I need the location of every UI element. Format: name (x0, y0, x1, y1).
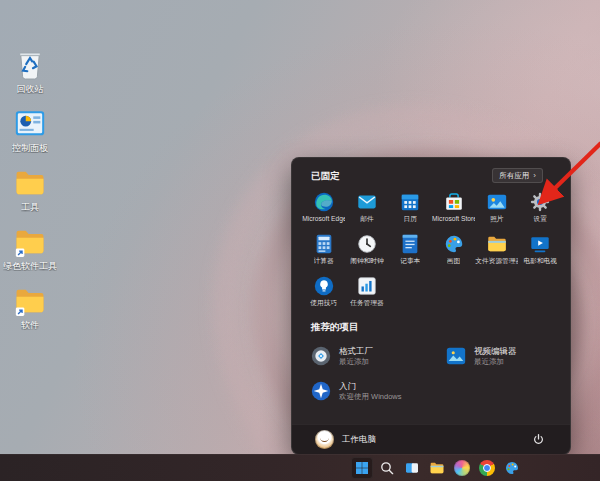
pinned-app-tile[interactable]: 日历 (389, 188, 432, 230)
folder-shortcut-icon (13, 284, 47, 318)
calculator-icon (313, 233, 335, 255)
pinned-app-label: 记事本 (400, 257, 420, 265)
taskbar-item[interactable] (351, 457, 373, 479)
palette-icon (504, 460, 520, 476)
movies-icon (529, 233, 551, 255)
pinned-app-label: 画图 (447, 257, 460, 265)
pinned-app-tile[interactable]: Microsoft Edge (302, 188, 345, 230)
desktop-icon-label: 控制面板 (12, 143, 48, 153)
settings-icon (529, 191, 551, 213)
desktop-icon-list: 回收站 控制面板 工具 绿色软件工具 软件 (2, 48, 58, 330)
recommended-item[interactable]: 入门 欢迎使用 Windows (304, 373, 439, 408)
taskbar-item[interactable] (401, 457, 423, 479)
pinned-app-label: 日历 (404, 215, 417, 223)
pinned-app-tile[interactable]: 计算器 (302, 230, 345, 272)
desktop-icon[interactable]: 软件 (2, 284, 58, 330)
pinned-app-label: 文件资源管理器 (475, 257, 518, 265)
notepad-icon (399, 233, 421, 255)
desktop-icon-label: 工具 (21, 202, 39, 212)
chrome-icon (479, 460, 495, 476)
folder-shortcut-icon (13, 225, 47, 259)
pinned-app-tile[interactable]: 设置 (518, 188, 561, 230)
pinned-app-tile[interactable]: 使用技巧 (302, 272, 345, 314)
video-editor-icon (445, 345, 467, 367)
recommended-item[interactable]: 格式工厂 最近添加 (304, 338, 439, 373)
control-panel-icon (13, 107, 47, 141)
pinned-app-label: 照片 (490, 215, 503, 223)
format-factory-icon (310, 345, 332, 367)
recommended-item-title: 格式工厂 (339, 346, 373, 356)
desktop: 回收站 控制面板 工具 绿色软件工具 软件 已固定 所有应用 › (0, 0, 600, 481)
taskbar (0, 454, 600, 481)
paint-icon (443, 233, 465, 255)
recommended-list: 格式工厂 最近添加 视频编辑器 最近添加 入门 欢迎使用 Windows (304, 338, 564, 408)
pinned-apps-grid: Microsoft Edge 邮件 日历 Microsoft Store 照片 … (302, 188, 562, 314)
pinned-app-tile[interactable]: Microsoft Store (432, 188, 475, 230)
task-view-icon (404, 460, 420, 476)
start-icon (354, 460, 370, 476)
pinned-app-label: 计算器 (314, 257, 334, 265)
taskbar-item[interactable] (476, 457, 498, 479)
power-button[interactable] (529, 430, 548, 449)
pinned-app-label: 使用技巧 (310, 299, 337, 307)
recommended-item-subtitle: 欢迎使用 Windows (339, 392, 402, 401)
user-profile-button[interactable]: 工作电脑 (311, 428, 380, 451)
taskbar-item[interactable] (451, 457, 473, 479)
store-icon (443, 191, 465, 213)
taskmgr-icon (356, 275, 378, 297)
pinned-app-tile[interactable]: 任务管理器 (345, 272, 388, 314)
pinned-app-tile[interactable]: 画图 (432, 230, 475, 272)
pinned-app-label: 电影和电视 (523, 257, 556, 265)
pinned-header: 已固定 (311, 170, 340, 183)
recommended-header: 推荐的项目 (311, 321, 359, 334)
pinned-app-tile[interactable]: 邮件 (345, 188, 388, 230)
start-menu-header: 已固定 所有应用 › (292, 158, 570, 188)
pinned-app-tile[interactable]: 电影和电视 (518, 230, 561, 272)
desktop-icon[interactable]: 工具 (2, 166, 58, 212)
recommended-item[interactable]: 视频编辑器 最近添加 (439, 338, 564, 373)
taskbar-icon-row (351, 457, 523, 479)
desktop-icon[interactable]: 回收站 (2, 48, 58, 94)
avatar (315, 430, 334, 449)
recommended-item-title: 入门 (339, 381, 402, 391)
desktop-icon[interactable]: 绿色软件工具 (2, 225, 58, 271)
start-menu-user-bar: 工作电脑 (292, 424, 570, 454)
search-icon (379, 460, 395, 476)
recycle-bin-icon (13, 48, 47, 82)
power-icon (532, 433, 545, 446)
tips-icon (313, 275, 335, 297)
recommended-item-subtitle: 最近添加 (339, 357, 373, 366)
desktop-icon-label: 软件 (21, 320, 39, 330)
pinned-app-label: 任务管理器 (350, 299, 383, 307)
desktop-icon-label: 回收站 (17, 84, 44, 94)
start-menu: 已固定 所有应用 › Microsoft Edge 邮件 日历 Micr (291, 157, 571, 455)
taskbar-item[interactable] (501, 457, 523, 479)
desktop-icon[interactable]: 控制面板 (2, 107, 58, 153)
photos-icon (486, 191, 508, 213)
user-name: 工作电脑 (342, 434, 376, 446)
pinned-app-label: 设置 (533, 215, 546, 223)
desktop-icon-label: 绿色软件工具 (3, 261, 57, 271)
pinned-app-tile[interactable]: 闹钟和时钟 (345, 230, 388, 272)
color-wheel-icon (454, 460, 470, 476)
pinned-app-tile[interactable]: 文件资源管理器 (475, 230, 518, 272)
all-apps-button[interactable]: 所有应用 › (492, 168, 543, 183)
get-started-icon (310, 380, 332, 402)
edge-icon (313, 191, 335, 213)
mail-icon (356, 191, 378, 213)
calendar-icon (399, 191, 421, 213)
pinned-app-tile[interactable]: 记事本 (389, 230, 432, 272)
folder-icon (13, 166, 47, 200)
all-apps-label: 所有应用 (499, 171, 529, 180)
pinned-app-tile[interactable]: 照片 (475, 188, 518, 230)
explorer-icon (486, 233, 508, 255)
pinned-app-label: 闹钟和时钟 (350, 257, 383, 265)
recommended-item-title: 视频编辑器 (474, 346, 517, 356)
explorer-icon (429, 460, 445, 476)
chevron-right-icon: › (533, 171, 536, 180)
clock-icon (356, 233, 378, 255)
pinned-app-label: 邮件 (360, 215, 373, 223)
taskbar-item[interactable] (426, 457, 448, 479)
pinned-app-label: Microsoft Store (432, 215, 475, 223)
taskbar-item[interactable] (376, 457, 398, 479)
